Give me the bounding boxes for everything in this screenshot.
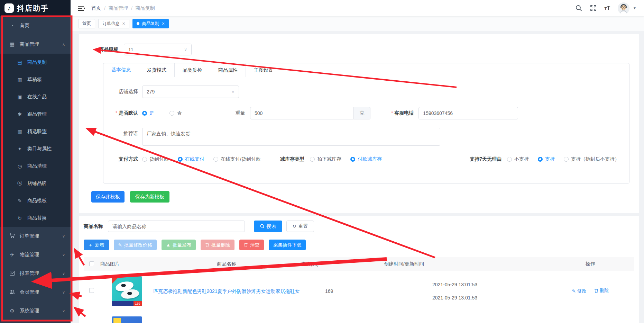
radio-default-no[interactable]: 否: [169, 110, 182, 116]
save-as-new-template-button[interactable]: 保存为新模板: [130, 191, 169, 203]
tag-product-copy[interactable]: 商品复制 ✕: [132, 19, 169, 28]
sidebar-item-product-copy[interactable]: ▤ 商品复制: [0, 54, 71, 71]
form-body: 店铺选择 279 ∨ 是否默认 是: [103, 77, 629, 162]
breadcrumb-home[interactable]: 首页: [91, 5, 101, 11]
chevron-down-icon: ∨: [184, 47, 187, 52]
tab-quality-check[interactable]: 品类质检: [175, 63, 210, 77]
radio-dot: [538, 157, 543, 162]
fullscreen-icon[interactable]: [590, 5, 597, 12]
radio-dot: [142, 111, 147, 116]
select-all-checkbox[interactable]: [89, 261, 94, 266]
close-icon[interactable]: ✕: [122, 21, 125, 26]
chevron-down-icon: ∨: [62, 309, 65, 313]
batch-publish-button[interactable]: ▲ 批量发布: [162, 240, 196, 250]
sidebar-item-shop-brand[interactable]: Ⓐ 店铺品牌: [0, 175, 71, 192]
close-icon[interactable]: ✕: [162, 21, 165, 26]
product-name-input[interactable]: [108, 221, 245, 232]
radio-return-unsupported[interactable]: 不支持: [507, 156, 529, 162]
weight-input[interactable]: [250, 107, 354, 119]
product-name-link[interactable]: 匹克态极拖鞋新配色男鞋2021夏季户外防滑沙滩男女运动家居拖鞋女: [153, 288, 300, 294]
reset-button[interactable]: ↻ 重置: [286, 221, 314, 232]
sidebar-item-product-replace[interactable]: ↻ 商品替换: [0, 209, 71, 227]
sidebar-item-follow-products[interactable]: ✱ 跟品管理: [0, 106, 71, 123]
radio-dot: [178, 157, 183, 162]
radio-return-supported[interactable]: 支持: [538, 156, 555, 162]
shop-select[interactable]: 279 ∨: [142, 86, 239, 98]
sidebar-item-home[interactable]: ◔ 首页: [0, 16, 71, 35]
weight-unit: 克: [354, 107, 370, 119]
save-template-button[interactable]: 保存此模板: [91, 191, 125, 203]
brand-icon: Ⓐ: [17, 180, 23, 187]
sidebar-item-drafts[interactable]: ▥ 草稿箱: [0, 71, 71, 88]
radio-cod[interactable]: 货到付款: [142, 156, 169, 162]
sidebar-item-online-products[interactable]: ▣ 在线产品: [0, 88, 71, 106]
tab-shipping-mode[interactable]: 发货模式: [139, 63, 175, 77]
search-row: 商品名称 搜索 ↻ 重置: [84, 221, 634, 232]
save-row: 保存此模板 保存为新模板: [91, 191, 632, 203]
font-size-icon[interactable]: TT: [605, 5, 610, 11]
sidebar-item-report-management[interactable]: 报表管理 ∨: [0, 264, 71, 283]
plugin-download-button[interactable]: 采集插件下载: [269, 240, 306, 250]
search-icon[interactable]: [576, 5, 582, 12]
add-button[interactable]: ＋ 新增: [84, 240, 109, 250]
clear-button[interactable]: 清空: [239, 240, 264, 250]
chevron-down-icon: ∨: [62, 290, 65, 295]
radio-stock-on-payment[interactable]: 付款减库存: [350, 156, 382, 162]
sidebar-item-product-management[interactable]: ▦ 商品管理 ∧: [0, 35, 71, 54]
payment-label: 支付方式: [103, 156, 142, 162]
product-image[interactable]: 139: [112, 276, 142, 306]
template-select[interactable]: 11 ∨: [124, 44, 192, 55]
sidebar-item-order-management[interactable]: 订单管理 ∨: [0, 227, 71, 245]
product-price: 169: [301, 288, 384, 294]
search-button[interactable]: 搜索: [254, 221, 282, 232]
radio-online-pay[interactable]: 在线支付: [178, 156, 204, 162]
chevron-down-icon: ∨: [62, 271, 65, 276]
sidebar-item-product-template[interactable]: ✎ 商品模板: [0, 192, 71, 209]
breadcrumb-product-copy[interactable]: 商品复制: [136, 5, 155, 11]
trash-icon: [244, 243, 248, 247]
chart-icon: [9, 271, 15, 277]
radio-dot: [350, 157, 355, 162]
radio-default-yes[interactable]: 是: [142, 110, 154, 116]
phone-input[interactable]: [418, 107, 518, 119]
table-row: AG潮拖361拖鞋男鞋夏季外穿男女户外沙滩凉鞋361防滑运动凉拖鞋拖 159 2…: [84, 311, 634, 323]
tag-order-info[interactable]: 订单信息 ✕: [98, 19, 129, 28]
topbar-icons: TT ▼: [576, 2, 636, 14]
tab-basic-info[interactable]: 基本信息: [103, 63, 139, 77]
radio-return-unopened[interactable]: 支持（拆封后不支持）: [564, 156, 619, 162]
row-checkbox[interactable]: [89, 288, 94, 293]
template-label: 商品模板: [99, 46, 118, 53]
batch-delete-button[interactable]: 批量删除: [201, 240, 234, 250]
tab-main-image[interactable]: 主图设置: [246, 63, 281, 77]
template-card: 商品模板 11 ∨ 基本信息 发货模式 品类质检 商品属性 主图设置: [79, 34, 639, 213]
radio-dot: [142, 157, 147, 162]
created-time: 2021-05-29 13:01:53: [432, 321, 546, 323]
product-times: 2021-05-29 13:01:53 2021-05-29 13:01:53: [384, 321, 546, 323]
sidebar-item-category-attributes[interactable]: ✦ 类目与属性: [0, 140, 71, 158]
product-image[interactable]: [112, 316, 142, 323]
avatar[interactable]: [618, 2, 629, 14]
avatar-caret-icon[interactable]: ▼: [633, 6, 636, 10]
batch-edit-price-button[interactable]: ✎ 批量修改价格: [114, 240, 157, 250]
radio-stock-on-order[interactable]: 拍下减库存: [310, 156, 341, 162]
tab-product-attributes[interactable]: 商品属性: [210, 63, 246, 77]
delete-link[interactable]: 删除: [594, 288, 609, 294]
sidebar-item-member-management[interactable]: 会员管理 ∨: [0, 283, 71, 302]
menu-fold-icon[interactable]: [78, 6, 85, 11]
tag-home[interactable]: 首页: [78, 19, 95, 28]
table-row: 139 匹克态极拖鞋新配色男鞋2021夏季户外防滑沙滩男女运动家居拖鞋女 169…: [84, 271, 634, 311]
sidebar-item-logistics-management[interactable]: ✈ 物流管理 ∨: [0, 245, 71, 264]
edit-icon: ✎: [118, 242, 122, 248]
chevron-down-icon: ∨: [62, 234, 65, 239]
app-title: 抖店助手: [17, 3, 49, 13]
return-label: 支持7天无理由: [470, 156, 502, 162]
sidebar-item-system-management[interactable]: ⚙ 系统管理 ∨: [0, 302, 71, 320]
sidebar-item-product-cleanup[interactable]: ◷ 商品清理: [0, 158, 71, 175]
breadcrumb-product-management[interactable]: 商品管理: [109, 5, 128, 11]
edit-link[interactable]: ✎ 修改: [572, 288, 586, 294]
dashboard-icon: ◔: [9, 23, 15, 29]
slogan-textarea[interactable]: 厂家直销、快速发货: [142, 128, 440, 146]
radio-online-or-cod[interactable]: 在线支付/货到付款: [213, 156, 261, 162]
sidebar-item-selected-alliance[interactable]: ▧ 精选联盟: [0, 123, 71, 140]
replace-icon: ↻: [17, 215, 23, 221]
